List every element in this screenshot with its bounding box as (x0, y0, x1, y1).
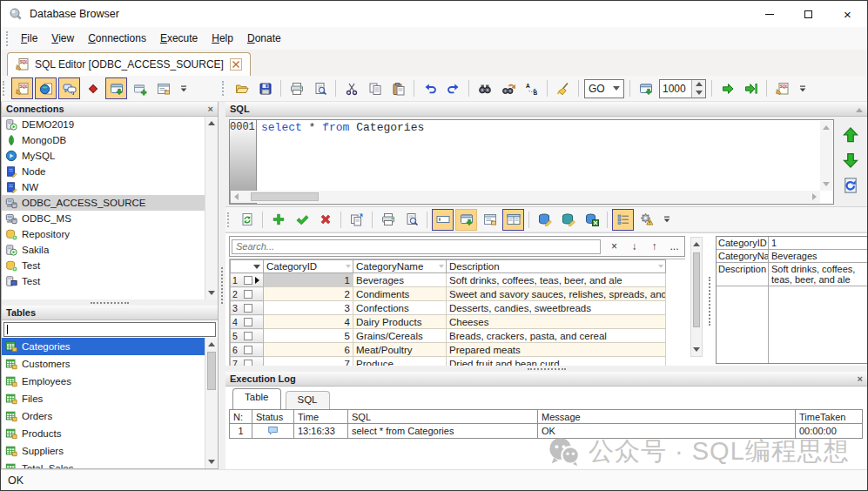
toolbar-grip[interactable] (222, 81, 225, 96)
cell-categoryid[interactable]: 2 (264, 287, 353, 301)
table-item-total_sales[interactable]: Total_Sales (2, 460, 205, 468)
messages-panel-button[interactable] (58, 77, 80, 99)
statement-separator-select[interactable]: GO (584, 79, 624, 98)
scroll-up-icon[interactable] (205, 338, 218, 351)
scroll-down-icon[interactable] (205, 455, 218, 468)
grid-row[interactable]: 77ProduceDried fruit and bean curd (231, 357, 666, 367)
menu-connections[interactable]: Connections (81, 30, 153, 47)
menu-file[interactable]: File (14, 30, 44, 47)
connection-item-mysql[interactable]: MySQL (2, 148, 205, 164)
horizontal-splitter[interactable] (2, 299, 218, 306)
connections-close-icon[interactable]: × (208, 104, 213, 114)
cell-description[interactable]: Cheeses (447, 315, 666, 329)
filter-arrow-icon[interactable] (439, 265, 444, 268)
connection-browser-button[interactable] (35, 77, 57, 99)
connection-item-sakila[interactable]: Sakila (2, 242, 205, 258)
scroll-thumb[interactable] (207, 352, 216, 390)
results-grid[interactable]: CategoryIDCategoryNameDescription11Bever… (230, 259, 666, 366)
grid-vscrollbar[interactable] (690, 237, 703, 357)
cell-description[interactable]: Dried fruit and bean curd (447, 357, 666, 367)
grid-search-input[interactable] (232, 239, 601, 254)
cell-categoryname[interactable]: Meat/Poultry (353, 343, 447, 357)
refresh-icon[interactable] (842, 177, 859, 194)
detail-field-value[interactable]: 1 (769, 237, 867, 249)
connection-item-demo2019[interactable]: DEMO2019 (2, 117, 205, 132)
edit-form-button[interactable] (479, 209, 501, 231)
editor-vscrollbar[interactable] (820, 121, 832, 191)
next-statement-icon[interactable] (842, 151, 859, 169)
scroll-thumb[interactable] (251, 192, 319, 201)
stop-execution-button[interactable] (82, 77, 104, 99)
inline-edit-button[interactable] (432, 209, 454, 231)
cell-categoryid[interactable]: 3 (264, 301, 353, 315)
table-item-orders[interactable]: Orders (2, 407, 205, 425)
open-file-button[interactable] (231, 77, 252, 99)
menu-view[interactable]: View (44, 30, 81, 47)
edit-in-window-button[interactable] (455, 209, 477, 231)
row-checkbox[interactable] (244, 276, 252, 285)
grid-row-header[interactable]: 1 (231, 273, 264, 287)
grid-row[interactable]: 44Dairy ProductsCheeses (231, 315, 666, 329)
grid-column-header-description[interactable]: Description (447, 260, 666, 273)
scroll-thumb[interactable] (693, 252, 700, 327)
table-item-products[interactable]: Products (2, 425, 205, 442)
cell-categoryid[interactable]: 6 (264, 343, 353, 357)
filter-arrow-icon[interactable] (658, 265, 663, 268)
vertical-splitter[interactable] (219, 102, 225, 469)
connection-item-repository[interactable]: Repository (2, 226, 205, 242)
spin-down-button[interactable] (692, 89, 705, 98)
copy-special-button[interactable] (346, 209, 367, 231)
log-tab-table[interactable]: Table (232, 388, 281, 409)
append-record-button[interactable] (267, 209, 289, 231)
detail-field-value[interactable]: Soft drinks, coffees, teas, beer, and al… (769, 263, 867, 286)
row-checkbox[interactable] (244, 360, 252, 367)
close-button[interactable]: × (828, 1, 867, 27)
connection-item-nw[interactable]: NW (2, 179, 205, 195)
cell-description[interactable]: Prepared meats (447, 343, 666, 357)
sql-editor-area[interactable]: 0001 select * from Categories (229, 119, 834, 205)
cell-categoryname[interactable]: Beverages (353, 273, 447, 287)
load-blob-button[interactable] (534, 209, 555, 231)
new-results-window-button[interactable] (129, 77, 151, 99)
grid-row-header[interactable]: 5 (231, 329, 264, 343)
maximize-button[interactable] (789, 1, 828, 27)
table-item-employees[interactable]: Employees (2, 373, 205, 390)
cell-description[interactable]: Soft drinks, coffees, teas, beer, and al… (447, 273, 666, 287)
connection-item-node[interactable]: Node (2, 164, 205, 179)
connection-item-odbc_ms[interactable]: ODBC_MS (2, 211, 205, 226)
redo-button[interactable] (442, 77, 464, 99)
grid-select-all-header[interactable] (231, 260, 264, 273)
cell-categoryid[interactable]: 5 (264, 329, 353, 343)
cut-button[interactable] (340, 77, 362, 99)
find-button[interactable] (474, 77, 495, 99)
connection-item-odbc_access_source[interactable]: ODBC_ACCESS_SOURCE (2, 195, 205, 211)
log-row[interactable]: 113:16:33select * from CategoriesOK00:00… (230, 424, 863, 439)
paste-button[interactable] (387, 77, 409, 99)
tables-filter[interactable] (3, 322, 216, 337)
cell-categoryname[interactable]: Condiments (353, 287, 447, 301)
connection-item-mongodb[interactable]: MongoDB (2, 132, 205, 148)
scroll-left-icon[interactable] (234, 193, 239, 200)
clear-editor-button[interactable] (552, 77, 574, 99)
cell-description[interactable]: Sweet and savory sauces, relishes, sprea… (447, 287, 666, 301)
grid-row-header[interactable]: 4 (231, 315, 264, 329)
grid-row-header[interactable]: 2 (231, 287, 264, 301)
editor-hscrollbar[interactable] (231, 191, 820, 203)
cell-categoryname[interactable]: Confections (353, 301, 447, 315)
export-data-button[interactable] (581, 209, 602, 231)
cell-categoryname[interactable]: Grains/Cereals (353, 329, 447, 343)
menu-execute[interactable]: Execute (153, 30, 205, 47)
filter-arrow-icon[interactable] (346, 265, 351, 268)
replace-button[interactable]: AB (521, 77, 542, 99)
toolbar-grip[interactable] (3, 81, 6, 96)
toolbar-grip[interactable] (227, 212, 231, 227)
detail-field-value[interactable]: Beverages (769, 250, 867, 262)
print-button[interactable] (286, 77, 307, 99)
grid-options-button[interactable] (636, 209, 657, 231)
tables-scrollbar[interactable] (205, 338, 218, 468)
toolbar-grip[interactable] (6, 31, 10, 46)
more-buttons-button[interactable] (176, 77, 192, 99)
row-checkbox[interactable] (244, 304, 252, 313)
results-to-window-button[interactable] (635, 77, 656, 99)
copy-button[interactable] (364, 77, 386, 99)
